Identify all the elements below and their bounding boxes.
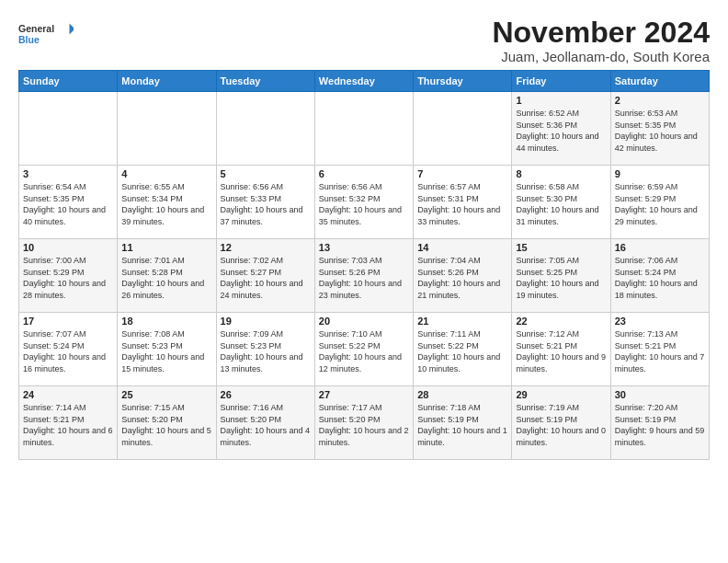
day-info: Sunrise: 7:03 AM Sunset: 5:26 PM Dayligh… (319, 255, 409, 301)
day-cell: 27Sunrise: 7:17 AM Sunset: 5:20 PM Dayli… (314, 386, 413, 460)
week-row-4: 17Sunrise: 7:07 AM Sunset: 5:24 PM Dayli… (19, 313, 710, 386)
day-cell: 28Sunrise: 7:18 AM Sunset: 5:19 PM Dayli… (414, 386, 512, 460)
day-number: 19 (221, 316, 311, 327)
day-cell: 20Sunrise: 7:10 AM Sunset: 5:22 PM Dayli… (314, 313, 413, 386)
day-info: Sunrise: 7:09 AM Sunset: 5:23 PM Dayligh… (221, 328, 311, 374)
day-cell: 17Sunrise: 7:07 AM Sunset: 5:24 PM Dayli… (19, 313, 118, 386)
day-number: 6 (319, 168, 409, 179)
day-info: Sunrise: 6:57 AM Sunset: 5:31 PM Dayligh… (417, 181, 507, 227)
logo: General Blue (18, 17, 74, 50)
day-cell: 12Sunrise: 7:02 AM Sunset: 5:27 PM Dayli… (216, 239, 314, 313)
day-cell: 9Sunrise: 6:59 AM Sunset: 5:29 PM Daylig… (610, 166, 709, 239)
day-number: 28 (417, 389, 507, 400)
day-number: 13 (319, 242, 409, 253)
day-cell: 16Sunrise: 7:06 AM Sunset: 5:24 PM Dayli… (610, 239, 709, 313)
day-info: Sunrise: 7:07 AM Sunset: 5:24 PM Dayligh… (23, 328, 113, 374)
day-info: Sunrise: 6:56 AM Sunset: 5:33 PM Dayligh… (221, 181, 311, 227)
day-number: 2 (615, 95, 705, 106)
day-info: Sunrise: 7:19 AM Sunset: 5:19 PM Dayligh… (516, 402, 606, 448)
day-info: Sunrise: 6:54 AM Sunset: 5:35 PM Dayligh… (23, 181, 113, 227)
day-cell: 13Sunrise: 7:03 AM Sunset: 5:26 PM Dayli… (314, 239, 413, 313)
day-info: Sunrise: 6:55 AM Sunset: 5:34 PM Dayligh… (121, 181, 211, 227)
day-number: 27 (319, 389, 409, 400)
day-number: 23 (615, 316, 705, 327)
day-info: Sunrise: 7:12 AM Sunset: 5:21 PM Dayligh… (516, 328, 606, 374)
day-number: 29 (516, 389, 606, 400)
col-sunday: Sunday (19, 71, 118, 92)
header-row: Sunday Monday Tuesday Wednesday Thursday… (19, 71, 710, 92)
day-number: 11 (121, 242, 211, 253)
day-info: Sunrise: 7:04 AM Sunset: 5:26 PM Dayligh… (417, 255, 507, 301)
day-cell: 25Sunrise: 7:15 AM Sunset: 5:20 PM Dayli… (118, 386, 216, 460)
day-cell: 14Sunrise: 7:04 AM Sunset: 5:26 PM Dayli… (414, 239, 512, 313)
day-number: 25 (121, 389, 211, 400)
week-row-3: 10Sunrise: 7:00 AM Sunset: 5:29 PM Dayli… (19, 239, 710, 313)
day-cell: 15Sunrise: 7:05 AM Sunset: 5:25 PM Dayli… (512, 239, 610, 313)
day-cell: 10Sunrise: 7:00 AM Sunset: 5:29 PM Dayli… (19, 239, 118, 313)
day-info: Sunrise: 7:06 AM Sunset: 5:24 PM Dayligh… (615, 255, 705, 301)
day-number: 16 (615, 242, 705, 253)
day-info: Sunrise: 7:13 AM Sunset: 5:21 PM Dayligh… (615, 328, 705, 374)
calendar-table: Sunday Monday Tuesday Wednesday Thursday… (18, 70, 710, 460)
day-cell: 29Sunrise: 7:19 AM Sunset: 5:19 PM Dayli… (512, 386, 610, 460)
day-cell (314, 92, 413, 166)
day-info: Sunrise: 7:18 AM Sunset: 5:19 PM Dayligh… (417, 402, 507, 448)
day-number: 21 (417, 316, 507, 327)
day-cell: 1Sunrise: 6:52 AM Sunset: 5:36 PM Daylig… (512, 92, 610, 166)
logo-svg: General Blue (18, 17, 74, 50)
day-cell: 11Sunrise: 7:01 AM Sunset: 5:28 PM Dayli… (118, 239, 216, 313)
col-saturday: Saturday (610, 71, 709, 92)
day-number: 26 (221, 389, 311, 400)
col-wednesday: Wednesday (314, 71, 413, 92)
day-number: 12 (221, 242, 311, 253)
svg-text:General: General (18, 23, 54, 34)
day-cell (118, 92, 216, 166)
day-cell: 21Sunrise: 7:11 AM Sunset: 5:22 PM Dayli… (414, 313, 512, 386)
day-number: 20 (319, 316, 409, 327)
week-row-2: 3Sunrise: 6:54 AM Sunset: 5:35 PM Daylig… (19, 166, 710, 239)
day-cell: 6Sunrise: 6:56 AM Sunset: 5:32 PM Daylig… (314, 166, 413, 239)
title-block: November 2024 Juam, Jeollanam-do, South … (492, 17, 710, 64)
day-cell: 24Sunrise: 7:14 AM Sunset: 5:21 PM Dayli… (19, 386, 118, 460)
day-cell: 19Sunrise: 7:09 AM Sunset: 5:23 PM Dayli… (216, 313, 314, 386)
day-cell (414, 92, 512, 166)
day-info: Sunrise: 7:15 AM Sunset: 5:20 PM Dayligh… (121, 402, 211, 448)
calendar-page: General Blue November 2024 Juam, Jeollan… (0, 0, 728, 469)
day-info: Sunrise: 7:00 AM Sunset: 5:29 PM Dayligh… (23, 255, 113, 301)
day-info: Sunrise: 6:52 AM Sunset: 5:36 PM Dayligh… (516, 108, 606, 154)
day-number: 14 (417, 242, 507, 253)
day-number: 18 (121, 316, 211, 327)
day-number: 9 (615, 168, 705, 179)
header: General Blue November 2024 Juam, Jeollan… (18, 17, 710, 64)
day-number: 7 (417, 168, 507, 179)
day-cell: 5Sunrise: 6:56 AM Sunset: 5:33 PM Daylig… (216, 166, 314, 239)
day-info: Sunrise: 7:05 AM Sunset: 5:25 PM Dayligh… (516, 255, 606, 301)
day-number: 22 (516, 316, 606, 327)
week-row-5: 24Sunrise: 7:14 AM Sunset: 5:21 PM Dayli… (19, 386, 710, 460)
day-info: Sunrise: 6:56 AM Sunset: 5:32 PM Dayligh… (319, 181, 409, 227)
col-tuesday: Tuesday (216, 71, 314, 92)
day-cell: 22Sunrise: 7:12 AM Sunset: 5:21 PM Dayli… (512, 313, 610, 386)
day-number: 8 (516, 168, 606, 179)
day-info: Sunrise: 7:10 AM Sunset: 5:22 PM Dayligh… (319, 328, 409, 374)
day-info: Sunrise: 7:08 AM Sunset: 5:23 PM Dayligh… (121, 328, 211, 374)
svg-marker-2 (70, 24, 74, 35)
day-info: Sunrise: 7:01 AM Sunset: 5:28 PM Dayligh… (121, 255, 211, 301)
day-cell: 23Sunrise: 7:13 AM Sunset: 5:21 PM Dayli… (610, 313, 709, 386)
day-number: 4 (121, 168, 211, 179)
day-number: 30 (615, 389, 705, 400)
day-info: Sunrise: 7:14 AM Sunset: 5:21 PM Dayligh… (23, 402, 113, 448)
day-cell: 7Sunrise: 6:57 AM Sunset: 5:31 PM Daylig… (414, 166, 512, 239)
day-info: Sunrise: 6:59 AM Sunset: 5:29 PM Dayligh… (615, 181, 705, 227)
month-title: November 2024 (492, 17, 710, 49)
col-friday: Friday (512, 71, 610, 92)
day-info: Sunrise: 7:02 AM Sunset: 5:27 PM Dayligh… (221, 255, 311, 301)
day-cell: 2Sunrise: 6:53 AM Sunset: 5:35 PM Daylig… (610, 92, 709, 166)
day-number: 17 (23, 316, 113, 327)
location: Juam, Jeollanam-do, South Korea (492, 49, 710, 64)
col-monday: Monday (118, 71, 216, 92)
svg-text:Blue: Blue (18, 34, 40, 45)
col-thursday: Thursday (414, 71, 512, 92)
day-cell: 18Sunrise: 7:08 AM Sunset: 5:23 PM Dayli… (118, 313, 216, 386)
day-info: Sunrise: 7:16 AM Sunset: 5:20 PM Dayligh… (221, 402, 311, 448)
